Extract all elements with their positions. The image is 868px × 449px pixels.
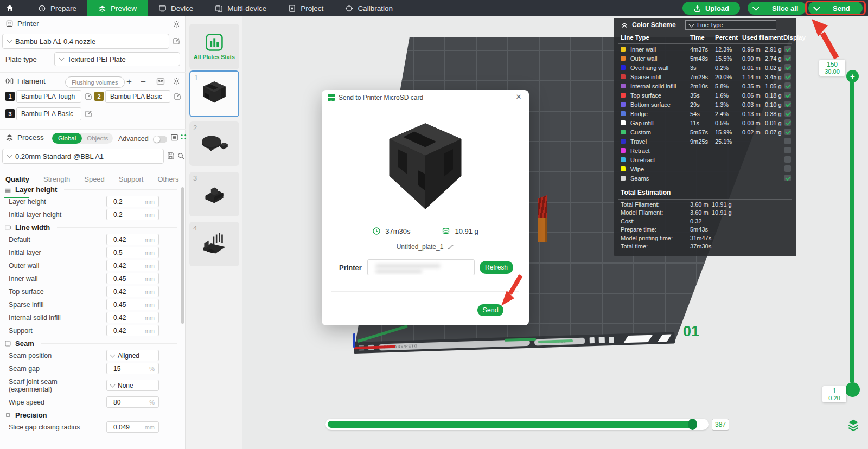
layer-slider-top-handle[interactable]: + xyxy=(846,70,859,82)
filament-slot-2[interactable]: 2 xyxy=(94,92,104,101)
display-checkbox[interactable] xyxy=(784,119,791,126)
setting-slice-gap-closing-radius-input[interactable]: 0.049mm xyxy=(106,421,159,433)
setting-scarf-joint-seam-experimental-select[interactable]: None xyxy=(106,380,159,391)
view-mode-select[interactable]: Line Type xyxy=(685,20,776,30)
tab-calibration[interactable]: Calibration xyxy=(334,0,404,16)
tab-preview[interactable]: Preview xyxy=(87,0,148,16)
display-checkbox[interactable] xyxy=(784,101,791,107)
remove-filament-button[interactable]: − xyxy=(138,76,149,87)
setting-top-surface-input[interactable]: 0.42mm xyxy=(106,286,159,297)
process-scope-toggle[interactable]: Global Objects xyxy=(52,133,113,144)
process-scope-objects[interactable]: Objects xyxy=(82,135,113,142)
display-checkbox[interactable] xyxy=(784,175,791,181)
close-icon[interactable]: ✕ xyxy=(514,93,523,101)
display-checkbox[interactable] xyxy=(784,138,791,144)
process-tab-others[interactable]: Others xyxy=(157,175,178,183)
plate-thumbnail-2[interactable]: 2 xyxy=(189,121,239,166)
add-filament-button[interactable]: + xyxy=(124,76,135,87)
setting-seam-position-select[interactable]: Aligned xyxy=(106,350,159,361)
tab-project[interactable]: Project xyxy=(277,0,334,16)
display-checkbox[interactable] xyxy=(784,165,791,172)
printer-select-input[interactable] xyxy=(367,259,475,275)
process-tab-support[interactable]: Support xyxy=(119,175,144,183)
rename-icon[interactable] xyxy=(447,243,454,251)
move-slider-thumb[interactable] xyxy=(688,419,697,430)
process-tab-strength[interactable]: Strength xyxy=(43,175,70,183)
setting-inner-wall-input[interactable]: 0.45mm xyxy=(106,273,159,284)
setting-sparse-infill-input[interactable]: 0.45mm xyxy=(106,299,159,310)
setting-internal-solid-infill-input[interactable]: 0.42mm xyxy=(106,312,159,323)
tab-prepare[interactable]: Prepare xyxy=(27,0,87,16)
display-checkbox[interactable] xyxy=(784,110,791,117)
upload-button[interactable]: Upload xyxy=(682,2,740,15)
display-checkbox[interactable] xyxy=(784,92,791,98)
cell: Inner wall xyxy=(630,46,656,53)
printer-edit-icon[interactable] xyxy=(173,37,181,45)
setting-default-input[interactable]: 0.42mm xyxy=(106,234,159,245)
display-checkbox[interactable] xyxy=(784,55,791,61)
setting-layer-height-input[interactable]: 0.2mm xyxy=(106,196,159,207)
display-checkbox[interactable] xyxy=(784,129,791,135)
tab-multi-device[interactable]: Multi-device xyxy=(204,0,277,16)
filament-edit-icon[interactable] xyxy=(174,92,182,100)
layer-slider-bottom-handle[interactable] xyxy=(845,382,860,397)
layers-view-icon[interactable] xyxy=(846,418,860,432)
parameter-list-icon[interactable] xyxy=(170,133,178,142)
bambu-studio-window: PreparePreviewDeviceMulti-deviceProjectC… xyxy=(0,0,868,449)
lock-plate-icon[interactable] xyxy=(609,337,614,343)
printer-preset-select[interactable]: Bambu Lab A1 0.4 nozzle xyxy=(2,34,169,49)
collapse-panel-icon[interactable] xyxy=(621,21,628,29)
setting-value: 80 xyxy=(107,399,120,406)
delete-plate-icon[interactable] xyxy=(590,337,595,343)
setting-initial-layer-height-input[interactable]: 0.2mm xyxy=(106,209,159,220)
plate-thumbnail-4[interactable]: 4 xyxy=(189,222,239,266)
filament-name-3[interactable]: Bambu PLA Basic xyxy=(16,107,81,120)
filament-name-1[interactable]: Bambu PLA Tough xyxy=(16,90,81,103)
left-panel: Printer Bambu Lab A1 0.4 nozzle Plate ty… xyxy=(0,16,186,449)
setting-support-input[interactable]: 0.42mm xyxy=(106,325,159,336)
display-checkbox[interactable] xyxy=(784,46,791,52)
setting-initial-layer-input[interactable]: 0.5mm xyxy=(106,247,159,258)
advanced-toggle[interactable] xyxy=(153,136,167,143)
display-checkbox[interactable] xyxy=(784,147,791,153)
layer-slider-track[interactable] xyxy=(850,81,854,383)
display-checkbox[interactable] xyxy=(784,64,791,70)
filament-name-2[interactable]: Bambu PLA Basic xyxy=(105,90,170,103)
move-slider-track[interactable] xyxy=(326,419,709,430)
setting-wipe-speed-input[interactable]: 80% xyxy=(106,396,159,408)
display-checkbox[interactable] xyxy=(784,156,791,163)
compare-icon[interactable] xyxy=(180,133,187,140)
plate-thumbnail-3[interactable]: 3 xyxy=(189,172,239,216)
process-tab-speed[interactable]: Speed xyxy=(84,175,105,183)
save-preset-icon[interactable] xyxy=(167,152,175,160)
setting-seam-gap-input[interactable]: 15% xyxy=(106,363,159,374)
display-checkbox[interactable] xyxy=(784,82,791,89)
sliced-object[interactable] xyxy=(538,195,547,242)
printer-settings-gear-icon[interactable] xyxy=(173,20,181,28)
plate-thumbnail-1[interactable]: 1 xyxy=(189,70,239,117)
slice-all-dropdown[interactable] xyxy=(748,7,764,10)
top-surface-color-swatch xyxy=(621,93,626,98)
filament-settings-gear-icon[interactable] xyxy=(173,77,181,85)
slice-all-button[interactable]: Slice all xyxy=(748,2,806,15)
home-button[interactable] xyxy=(0,0,20,16)
filament-edit-icon[interactable] xyxy=(85,92,93,100)
plate-type-select[interactable]: Textured PEI Plate xyxy=(54,52,180,66)
flushing-volumes-button[interactable]: Flushing volumes xyxy=(65,76,125,88)
plate-settings-icon[interactable] xyxy=(599,337,605,343)
filament-slot-1[interactable]: 1 xyxy=(5,92,15,101)
tab-device[interactable]: Device xyxy=(148,0,204,16)
all-plates-stats-button[interactable]: All Plates Stats xyxy=(189,24,239,69)
filament-slot-3[interactable]: 3 xyxy=(5,109,15,118)
search-icon[interactable] xyxy=(177,152,185,160)
filament-edit-icon[interactable] xyxy=(85,110,93,118)
display-checkbox[interactable] xyxy=(784,73,791,80)
seams-color-swatch xyxy=(621,176,626,181)
process-preset-select[interactable]: 0.20mm Standard @BBL A1 xyxy=(2,149,164,164)
setting-outer-wall-input[interactable]: 0.42mm xyxy=(106,260,159,271)
process-tab-quality[interactable]: Quality xyxy=(5,175,29,183)
ams-icon[interactable] xyxy=(156,77,165,86)
sidebar-scrollbar[interactable] xyxy=(181,187,184,324)
outer-wall-color-swatch xyxy=(621,56,626,61)
process-scope-global[interactable]: Global xyxy=(52,133,82,144)
